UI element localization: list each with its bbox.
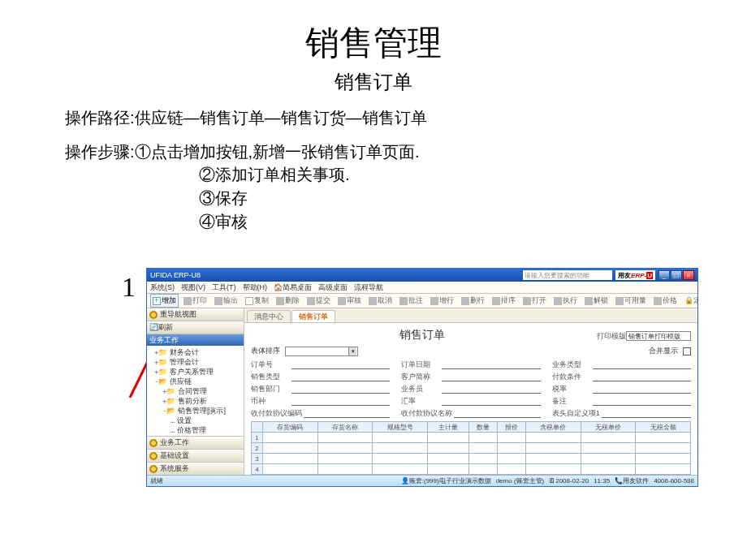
field-input[interactable] [602,410,691,418]
field-input[interactable] [442,386,540,394]
refresh-button[interactable]: 🔄刷新 [147,321,244,334]
grid-cell[interactable] [373,433,428,443]
grid-cell[interactable] [581,454,636,464]
grid-cell[interactable] [525,475,581,476]
field-input[interactable] [593,373,691,381]
grid-cell[interactable] [498,433,526,443]
table-row[interactable]: 1 [252,433,691,443]
field-input[interactable] [291,361,390,369]
tb-cancel[interactable]: 取消 [366,294,395,308]
tree-node[interactable]: … 价格管理 [148,425,243,435]
menu-view[interactable]: 视图(V) [181,282,205,293]
minimize-button[interactable]: _ [658,270,670,280]
side-system[interactable]: 系统服务 [147,462,244,475]
search-input[interactable]: 请输入您要搜索的功能 [523,270,612,280]
col-header[interactable]: 主计量 [427,422,468,433]
col-header[interactable]: 报价 [498,422,526,433]
grid-cell[interactable] [263,475,318,476]
add-button[interactable]: 增加 [150,294,179,308]
col-header[interactable]: 无税金额 [636,422,691,433]
grid-cell[interactable] [317,433,373,443]
grid-cell[interactable] [525,464,581,475]
col-header[interactable]: 存货编码 [263,422,318,433]
tb-print[interactable]: 打印 [181,294,209,308]
table-row[interactable]: 5 [252,475,691,476]
grid-cell[interactable] [263,454,318,464]
tb-open[interactable]: 打开 [520,294,549,308]
menu-simple-desktop[interactable]: 🏠简易桌面 [274,282,312,293]
grid-cell[interactable] [636,454,691,464]
grid-cell[interactable] [317,475,373,476]
menu-flow-nav[interactable]: 流程导航 [354,282,383,293]
grid-cell[interactable] [263,464,318,475]
field-input[interactable] [593,398,691,406]
maximize-button[interactable]: □ [671,270,682,280]
grid-cell[interactable] [525,433,581,443]
grid-cell[interactable] [498,443,526,454]
grid-cell[interactable] [581,443,636,454]
field-input[interactable] [442,361,540,369]
grid-cell[interactable] [469,475,498,476]
grid-cell[interactable] [525,454,581,464]
tb-output[interactable]: 输出 [212,294,240,308]
menu-help[interactable]: 帮助(H) [243,282,268,293]
grid-cell[interactable] [636,443,691,454]
tb-delrow[interactable]: 删行 [459,294,487,308]
col-header[interactable]: 存货名称 [317,422,373,433]
tree-node[interactable]: -📂 销售管理[演示] [148,406,243,416]
grid-cell[interactable] [427,464,468,475]
tb-unlock[interactable]: 解锁 [582,294,611,308]
nav-tab[interactable]: 重导航视图 [147,308,244,321]
grid-cell[interactable] [636,475,691,476]
tree-node[interactable]: +📁 客户关系管理 [148,367,243,377]
detail-grid[interactable]: 存货编码存货名称规格型号主计量数量报价含税单价无税单价无税金额12345678 [251,421,691,475]
tb-locate[interactable]: 🔒定位 [682,294,697,308]
close-button[interactable]: × [683,270,694,280]
grid-cell[interactable] [636,464,691,475]
tb-avail[interactable]: 可用量 [613,294,649,308]
menu-tools[interactable]: 工具(T) [212,282,236,293]
field-input[interactable] [442,398,540,406]
grid-cell[interactable] [525,443,581,454]
grid-cell[interactable] [469,443,498,454]
tb-note[interactable]: 批注 [397,294,425,308]
print-template-select[interactable]: 销售订单打印模版 [626,331,691,341]
grid-cell[interactable] [469,454,498,464]
grid-cell[interactable] [373,464,428,475]
grid-cell[interactable] [498,475,526,476]
tb-submit[interactable]: 提交 [304,294,333,308]
grid-cell[interactable] [581,464,636,475]
side-basic[interactable]: 基础设置 [147,449,244,462]
grid-cell[interactable] [263,433,318,443]
field-input[interactable] [291,386,390,394]
tree-node[interactable]: -📂 供应链 [148,377,243,386]
grid-cell[interactable] [373,443,428,454]
tree-node[interactable]: +📁 财务会计 [148,347,243,357]
grid-cell[interactable] [636,433,691,443]
field-input[interactable] [304,410,390,418]
sort-combo[interactable]: ▾ [285,347,358,356]
grid-cell[interactable] [317,464,373,475]
table-row[interactable]: 4 [252,464,691,475]
grid-cell[interactable] [427,454,468,464]
side-business[interactable]: 业务工作 [147,436,244,449]
grid-cell[interactable] [498,454,526,464]
tb-sort[interactable]: 排序 [490,294,518,308]
tb-addrow[interactable]: 增行 [428,294,456,308]
tb-audit[interactable]: 审核 [335,294,364,308]
tree-node[interactable]: +📁 售前分析 [148,396,243,406]
merge-checkbox[interactable] [683,347,691,355]
tb-delete[interactable]: 删除 [274,294,302,308]
grid-cell[interactable] [317,454,373,464]
field-input[interactable] [291,398,390,406]
nav-tree[interactable]: +📁 财务会计+📁 管理会计+📁 客户关系管理-📂 供应链+📁 合同管理+📁 售… [147,346,244,436]
tb-price[interactable]: 价格 [651,294,680,308]
menu-system[interactable]: 系统(S) [150,282,175,293]
tb-exec[interactable]: 执行 [551,294,580,308]
field-input[interactable] [442,373,540,381]
field-input[interactable] [454,410,540,418]
grid-cell[interactable] [581,433,636,443]
col-header[interactable]: 含税单价 [525,422,581,433]
grid-cell[interactable] [498,464,526,475]
grid-cell[interactable] [581,475,636,476]
